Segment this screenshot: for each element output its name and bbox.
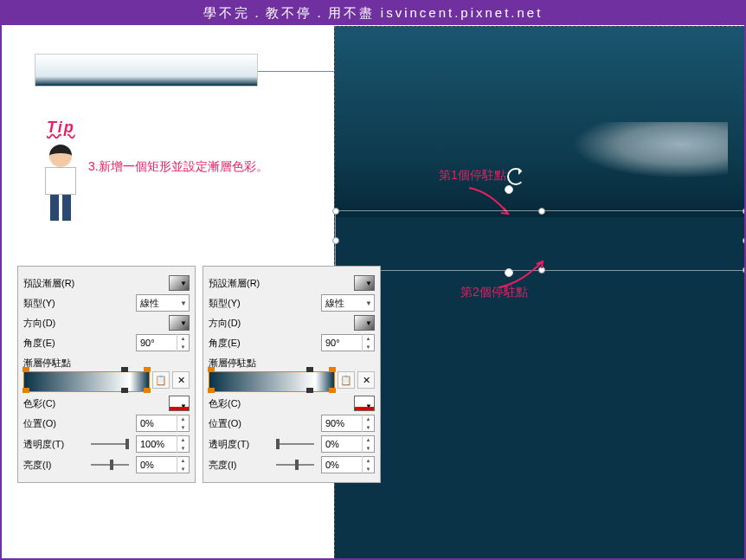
gradient-panel-left: 預設漸層(R)▼ 類型(Y)線性▼ 方向(D)▼ 角度(E)▲▼ 漸層停駐點 📋… [17,266,196,483]
preset-dropdown[interactable]: ▼ [354,275,375,291]
gradient-panel-right: 預設漸層(R)▼ 類型(Y)線性▼ 方向(D)▼ 角度(E)▲▼ 漸層停駐點 📋… [203,266,381,483]
preset-label: 預設漸層(R) [23,277,84,290]
position-input[interactable]: ▲▼ [321,415,375,432]
annotation-stop1: 第1個停駐點 [439,168,506,183]
resize-handle[interactable] [332,208,339,215]
tip-instruction: 3.新增一個矩形並設定漸層色彩。 [88,159,268,175]
type-label: 類型(Y) [23,297,84,310]
rotate-icon[interactable] [507,168,524,185]
brightness-slider[interactable] [276,464,314,466]
angle-label: 角度(E) [23,337,84,350]
gradient-preview-strip[interactable] [23,371,150,392]
angle-label: 角度(E) [209,337,269,350]
preset-dropdown[interactable]: ▼ [169,275,190,291]
canvas-workspace[interactable]: 第1個停駐點 第2個停駐點 [334,26,746,560]
angle-input[interactable]: ▲▼ [321,334,375,351]
color-label: 色彩(C) [23,397,84,410]
transparency-input[interactable]: ▲▼ [321,435,375,453]
transparency-label: 透明度(T) [23,438,84,451]
page-banner: 學不完．教不停．用不盡 isvincent.pixnet.net [2,2,744,25]
brightness-label: 亮度(I) [23,459,84,472]
brightness-input[interactable]: ▲▼ [321,456,375,473]
transparency-slider[interactable] [276,443,314,445]
remove-stop-button[interactable]: ✕ [172,371,190,389]
direction-dropdown[interactable]: ▼ [169,315,190,331]
transparency-label: 透明度(T) [209,438,269,451]
stops-section-label: 漸層停駐點 [23,357,190,370]
stops-section-label: 漸層停駐點 [209,357,375,370]
type-label: 類型(Y) [209,297,269,310]
resize-handle[interactable] [743,237,746,244]
resize-handle[interactable] [538,208,545,215]
position-input[interactable]: ▲▼ [136,415,190,432]
gradient-stop-1[interactable] [505,185,513,194]
position-label: 位置(O) [209,417,269,430]
annotation-stop2: 第2個停駐點 [460,285,528,300]
brightness-label: 亮度(I) [209,459,269,472]
avatar-illustration [35,145,87,227]
color-label: 色彩(C) [209,397,269,410]
shark-graphic [572,122,728,178]
direction-label: 方向(D) [23,317,84,330]
add-stop-button[interactable]: 📋 [338,371,355,389]
transparency-slider[interactable] [91,443,129,445]
resize-handle[interactable] [332,237,339,244]
preset-label: 預設漸層(R) [209,277,269,290]
color-picker[interactable]: ▼ [169,396,190,411]
type-dropdown[interactable]: 線性▼ [321,294,375,312]
color-picker[interactable]: ▼ [354,396,375,411]
brightness-input[interactable]: ▲▼ [136,456,190,473]
direction-dropdown[interactable]: ▼ [354,315,375,331]
add-stop-button[interactable]: 📋 [152,371,170,389]
brightness-slider[interactable] [91,464,129,466]
angle-input[interactable]: ▲▼ [136,334,190,351]
transparency-input[interactable]: ▲▼ [136,435,190,453]
background-image [335,27,745,217]
type-dropdown[interactable]: 線性▼ [136,294,190,312]
resize-handle[interactable] [743,208,746,215]
remove-stop-button[interactable]: ✕ [357,371,375,389]
direction-label: 方向(D) [209,317,269,330]
position-label: 位置(O) [23,417,84,430]
gradient-rectangle-sample [35,54,258,87]
tip-label: Tip [47,119,75,137]
resize-handle[interactable] [743,267,746,274]
gradient-preview-strip[interactable] [209,371,335,392]
